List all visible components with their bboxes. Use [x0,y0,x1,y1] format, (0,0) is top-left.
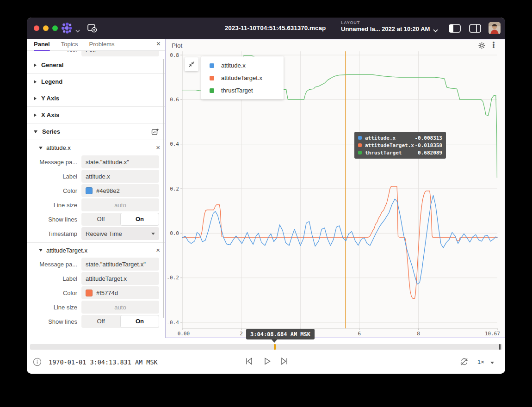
zoom-window-button[interactable] [52,25,58,31]
section-legend[interactable]: Legend [27,74,165,90]
svg-text:2: 2 [240,331,243,337]
seek-backward-icon[interactable] [245,357,254,367]
series2-line-size-row: Line size auto [27,301,165,314]
series1-remove-icon[interactable]: × [156,143,160,151]
show-lines-off-button[interactable]: Off [81,213,120,226]
series2-color-input[interactable]: #f5774d [81,286,159,299]
series1-timestamp-select[interactable]: Receive Time [81,227,159,240]
right-sidebar-toggle-icon[interactable] [469,24,481,35]
panel-menu-kebab-icon[interactable]: ••• [490,42,497,49]
svg-text:0.8: 0.8 [170,52,179,58]
series1-header[interactable]: attitude.x × [27,140,165,155]
legend-item-attitude-target-x[interactable]: attitudeTarget.x [201,72,284,84]
add-panel-icon[interactable] [87,23,98,35]
show-lines-off-button[interactable]: Off [81,315,120,328]
series2-line-size-input[interactable]: auto [81,301,159,314]
series2-message-path-input[interactable]: state."attitudeTarget.x" [81,258,159,271]
panel-settings-gear-icon[interactable] [478,42,485,51]
series2-show-lines-row: Show lines Off On [27,315,165,328]
show-lines-on-button[interactable]: On [120,213,159,226]
sidebar-scrollbar[interactable] [163,59,164,318]
speed-chevron-down-icon[interactable] [490,362,494,364]
window-controls [34,25,58,31]
chevron-right-icon [34,63,37,67]
series2-color-swatch[interactable] [86,290,93,296]
chevron-down-icon [39,249,43,252]
series1-label-input[interactable]: attitude.x [81,170,159,183]
close-window-button[interactable] [34,25,39,31]
left-sidebar-toggle-icon[interactable] [449,24,461,35]
section-x-axis[interactable]: X Axis [27,107,165,123]
plot-legend: attitude.x attitudeTarget.x thrustTarget [201,56,284,99]
legend-collapse-button[interactable] [185,57,198,71]
tab-problems[interactable]: Problems [89,39,115,51]
play-icon[interactable] [263,357,272,367]
svg-text:6: 6 [358,331,361,337]
legend-swatch-attitude-x[interactable] [210,63,214,68]
title-bar: 2023-11-10T04:51:45.631370.mcap LAYOUT U… [27,18,505,39]
svg-text:0.6: 0.6 [170,97,179,103]
series2-header[interactable]: attitudeTarget.x × [27,242,165,258]
user-avatar[interactable] [489,22,501,34]
panel-settings-sidebar: Panel Topics Problems × Title Plot Gener… [27,39,166,338]
series1-color-row: Color #4e98e2 [27,184,165,197]
main-content: Panel Topics Problems × Title Plot Gener… [27,39,505,338]
chevron-down-icon [151,233,155,235]
series1-label-row: Label attitude.x [27,170,165,183]
series2-message-path-row: Message pa... state."attitudeTarget.x" [27,258,165,271]
sidebar-close-icon[interactable]: × [156,40,161,48]
legend-item-attitude-x[interactable]: attitude.x [201,59,284,72]
layout-selector[interactable]: LAYOUT Unnamed la... 2022 at 10:20 AM [341,20,430,33]
chevron-down-icon [34,130,37,133]
series1-line-size-row: Line size auto [27,198,165,211]
section-general[interactable]: General [27,57,165,74]
section-y-axis[interactable]: Y Axis [27,90,165,107]
legend-item-thrust-target[interactable]: thrustTarget [201,84,284,97]
series1-message-path-input[interactable]: state."attitude.x" [81,155,159,168]
series1-message-path-row: Message pa... state."attitude.x" [27,155,165,168]
layout-chevron-icon[interactable] [433,26,439,35]
chevron-right-icon [34,113,37,117]
series1-show-lines-row: Show lines Off On [27,213,165,226]
svg-text:8: 8 [417,331,420,337]
svg-text:-0.4: -0.4 [167,320,179,326]
series1-color-input[interactable]: #4e98e2 [81,184,159,197]
playback-scrubber[interactable] [30,344,502,350]
tooltip-row: attitudeTarget.x -0.018358 [358,142,442,149]
loop-off-icon[interactable] [460,358,469,368]
scrubber-playhead-marker[interactable] [274,344,276,350]
playback-speed[interactable]: 1× [477,358,484,365]
series1-color-swatch[interactable] [86,187,93,194]
series1-line-size-input[interactable]: auto [81,198,159,211]
svg-text:-0.2: -0.2 [167,275,179,281]
tab-topics[interactable]: Topics [61,39,78,51]
layout-label: LAYOUT [341,20,430,25]
layout-name: Unnamed la... 2022 at 10:20 AM [341,25,430,33]
chevron-down-icon [39,147,43,149]
minimize-window-button[interactable] [43,25,49,31]
plot-panel[interactable]: Plot ••• 0.80.60.40.20.0-0.2-0 [166,39,505,338]
show-lines-on-button[interactable]: On [120,315,159,328]
panel-title-input[interactable]: Plot [81,51,159,56]
app-menu-chevron-icon[interactable] [75,26,80,35]
tooltip-swatch-attitude-x [358,136,362,140]
current-timestamp[interactable]: 1970-01-01 3:04:13.831 AM MSK [49,358,158,366]
tooltip-swatch-thrust-target [358,151,362,154]
tooltip-row: attitude.x -0.008313 [358,134,442,142]
legend-swatch-attitude-target-x[interactable] [210,76,214,80]
series2-remove-icon[interactable]: × [156,246,160,254]
tab-panel[interactable]: Panel [34,39,50,51]
section-series[interactable]: Series [27,123,165,140]
foxglove-logo-icon[interactable] [61,22,73,36]
add-series-icon[interactable] [151,128,159,137]
info-icon[interactable] [33,358,42,368]
svg-text:0.4: 0.4 [170,141,179,147]
plot-panel-title: Plot [172,42,182,49]
series2-show-lines-toggle: Off On [81,315,159,328]
svg-text:0.00: 0.00 [178,331,190,337]
seek-forward-icon[interactable] [280,357,289,367]
series2-label-input[interactable]: attitudeTarget.x [81,272,159,285]
title-field-label: Title [27,51,81,54]
legend-swatch-thrust-target[interactable] [210,88,214,93]
chevron-right-icon [34,80,37,84]
